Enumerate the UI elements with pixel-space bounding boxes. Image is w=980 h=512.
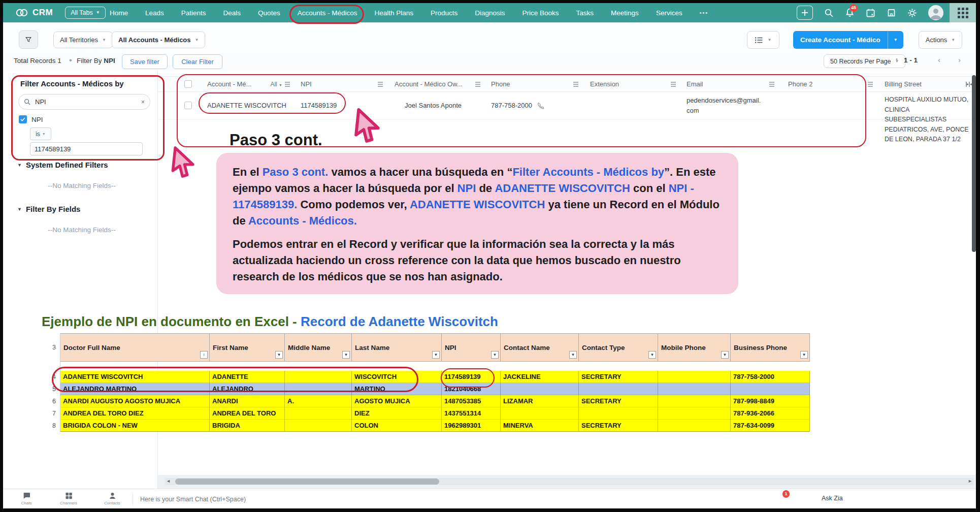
column-header-billing-street[interactable]: Billing Street — [878, 77, 962, 91]
search-icon[interactable] — [824, 8, 834, 18]
tab-price-books[interactable]: Price Books — [522, 9, 559, 17]
previous-page-button[interactable]: ‹ — [938, 55, 940, 64]
operator-dropdown[interactable]: is▼ — [30, 127, 51, 140]
system-defined-filters-section[interactable]: ▼ System Defined Filters — [17, 161, 108, 169]
scroll-right-arrow[interactable]: ► — [968, 478, 972, 484]
tab-leads[interactable]: Leads — [145, 9, 164, 17]
excel-cell: ANARDI — [210, 395, 285, 407]
tab-home[interactable]: Home — [110, 9, 128, 17]
excel-filter-dropdown: ▼ — [721, 351, 729, 359]
list-view-style-dropdown[interactable]: ▼ — [747, 31, 779, 49]
tab-deals[interactable]: Deals — [223, 9, 241, 17]
chevron-down-icon: ▼ — [17, 163, 22, 168]
scroll-left-arrow[interactable]: ◄ — [166, 478, 171, 484]
notifications-bell-icon[interactable]: 45 — [845, 8, 855, 18]
filter-funnel-button[interactable] — [19, 30, 38, 49]
excel-cell — [285, 383, 352, 395]
next-page-button[interactable]: › — [958, 55, 961, 64]
vertical-scrollbar[interactable] — [972, 75, 976, 252]
all-tabs-dropdown[interactable]: All Tabs▼ — [65, 7, 105, 19]
tab-patients[interactable]: Patients — [181, 9, 206, 17]
text-segment: Accounts - Médicos. — [248, 214, 357, 227]
column-header-extension[interactable]: Extension — [584, 77, 680, 91]
announcements-megaphone-icon[interactable] — [801, 503, 980, 511]
clear-search-icon[interactable]: × — [141, 99, 145, 106]
quick-create-button[interactable] — [797, 6, 813, 20]
filter-by-label: Filter By NPI — [77, 57, 115, 65]
tab-label: Accounts - Médicos — [298, 9, 357, 17]
actions-dropdown[interactable]: Actions▼ — [919, 31, 962, 49]
column-header-phone[interactable]: Phone — [485, 77, 584, 91]
tab-diagnosis[interactable]: Diagnosis — [475, 9, 505, 17]
sidebar-filter-search[interactable]: × — [18, 94, 150, 110]
tab-tasks[interactable]: Tasks — [576, 9, 594, 17]
more-tabs-button[interactable]: ••• — [700, 10, 709, 16]
create-account-medico-button[interactable]: Create Account - Médico — [793, 31, 888, 49]
tab-health-plans[interactable]: Health Plans — [374, 9, 413, 17]
tab-services[interactable]: Services — [656, 9, 682, 17]
excel-cell: 787-936-2066 — [731, 407, 810, 420]
excel-data-row: 8BRIGIDA COLON - NEWBRIGIDACOLON19629893… — [48, 420, 810, 432]
column-menu-icon[interactable] — [475, 82, 481, 87]
records-per-page-dropdown[interactable]: 50 Records Per Page▼ — [824, 54, 905, 68]
column-menu-icon[interactable] — [670, 82, 676, 87]
record-account-name[interactable]: ADANETTE WISCOVITCH — [201, 91, 295, 119]
screen-share-button[interactable]: 1 — [777, 494, 980, 503]
column-menu-icon[interactable] — [769, 82, 775, 87]
excel-cell: 787-758-2000 — [731, 371, 810, 383]
column-menu-icon[interactable] — [377, 82, 383, 87]
phone-icon[interactable] — [537, 102, 544, 109]
tab-meetings[interactable]: Meetings — [611, 9, 639, 17]
excel-header-label: NPI — [445, 344, 467, 351]
list-toolbar: All Territories▼ All Accounts - Médicos▼… — [3, 22, 976, 51]
save-filter-button[interactable]: Save filter — [122, 54, 168, 69]
column-menu-icon[interactable] — [284, 82, 290, 87]
all-filter-dropdown[interactable]: All ▼ — [270, 81, 282, 88]
column-header-npi[interactable]: NPI — [295, 77, 388, 91]
app-switcher[interactable] — [950, 3, 976, 22]
npi-value-input[interactable] — [30, 142, 143, 155]
avatar[interactable] — [928, 5, 943, 20]
excel-column-header: Contact Name▼ — [501, 333, 579, 362]
select-all-checkbox[interactable] — [184, 80, 192, 88]
column-menu-icon[interactable] — [867, 82, 873, 87]
column-header-owner[interactable]: Account - Médico Ow... — [388, 77, 485, 91]
chats-button[interactable]: Chats — [15, 492, 38, 505]
horizontal-scrollbar-thumb[interactable] — [175, 478, 439, 485]
column-header-phone2[interactable]: Phone 2 — [782, 77, 878, 91]
column-header-account[interactable]: Account - Mé... All ▼ — [201, 77, 295, 91]
tab-accounts-m-dicos[interactable]: Accounts - Médicos — [298, 9, 357, 17]
excel-hidden-rows-gap — [48, 362, 810, 371]
excel-column-header: NPI▼ — [442, 333, 501, 362]
channels-button[interactable]: Channels — [57, 492, 80, 505]
excel-cell — [579, 383, 658, 395]
calendar-icon[interactable] — [866, 8, 875, 18]
tab-quotes[interactable]: Quotes — [258, 9, 280, 17]
filter-search-input[interactable] — [34, 98, 141, 106]
chevron-down-icon: ▼ — [17, 207, 22, 212]
sidebar-filter-title: Filter Accounts - Médicos by — [20, 79, 124, 88]
clear-filter-button[interactable]: Clear Filter — [173, 54, 222, 69]
npi-filter-checkbox[interactable] — [19, 115, 27, 123]
marketplace-icon[interactable] — [887, 8, 896, 18]
create-dropdown-arrow[interactable]: ▼ — [888, 31, 903, 49]
excel-cell: WISCOVITCH — [352, 371, 442, 383]
column-menu-icon[interactable] — [573, 82, 579, 87]
column-header-email[interactable]: Email — [680, 77, 782, 91]
settings-gear-icon[interactable] — [907, 8, 917, 18]
row-checkbox[interactable] — [184, 102, 192, 109]
contacts-button[interactable]: Contacts — [101, 492, 123, 505]
tutorial-paragraph: En el Paso 3 cont. vamos a hacer una bús… — [233, 164, 722, 229]
view-selector-dropdown[interactable]: All Accounts - Médicos▼ — [112, 31, 205, 48]
filter-by-fields-section[interactable]: ▼ Filter By Fields — [17, 205, 80, 213]
excel-cell: DIEZ — [352, 407, 442, 420]
territories-dropdown[interactable]: All Territories▼ — [53, 31, 113, 48]
smart-chat-input[interactable] — [139, 492, 466, 506]
chevron-down-icon: ▼ — [96, 11, 100, 15]
tab-products[interactable]: Products — [431, 9, 458, 17]
record-phone2 — [782, 91, 878, 119]
ask-zia-button[interactable]: Ask Zia — [822, 495, 843, 502]
excel-filter-dropdown: ▼ — [491, 351, 499, 359]
horizontal-scrollbar-track[interactable]: ◄ ► — [165, 478, 973, 485]
crm-record-row[interactable]: ADANETTE WISCOVITCH 1174589139 Joel Sant… — [158, 91, 976, 120]
